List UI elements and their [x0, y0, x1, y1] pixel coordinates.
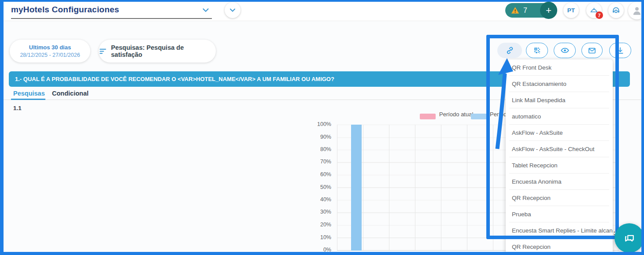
list-item[interactable]: Tablet Recepcion: [506, 157, 613, 174]
section-label: 1.1: [13, 105, 22, 111]
list-item[interactable]: Encuesta Anonima: [506, 174, 613, 190]
support-headset-icon[interactable]: [608, 3, 624, 18]
alerts-count: 7: [523, 7, 527, 15]
y-tick: 100%: [304, 121, 331, 127]
tab-condicional[interactable]: Condicional: [52, 90, 89, 97]
legend-swatch-previous: [471, 114, 487, 119]
legend-swatch-current: [420, 114, 436, 119]
date-range-value: 28/12/2025 - 27/01/2026: [20, 52, 80, 58]
list-item[interactable]: QR Recepcion: [506, 190, 613, 206]
list-item[interactable]: QR Front Desk: [506, 59, 613, 76]
title-underline: [11, 18, 212, 19]
top-bar: myHotels Configuraciones 7 + PT 7: [4, 2, 641, 21]
language-button[interactable]: PT: [563, 3, 579, 18]
list-item[interactable]: Prueba: [506, 206, 613, 222]
y-tick: 90%: [304, 134, 331, 140]
chevron-down-icon[interactable]: [201, 5, 211, 15]
mail-button[interactable]: [581, 43, 603, 58]
survey-filter-label: Pesquisas: Pesquisa de satisfação: [111, 44, 216, 58]
date-range-chip[interactable]: Ultimos 30 dias 28/12/2025 - 27/01/2026: [10, 40, 90, 63]
eye-icon: [560, 46, 570, 55]
download-icon: [616, 46, 625, 55]
y-tick: 50%: [304, 184, 331, 190]
mail-icon: [588, 46, 596, 55]
legend-label-current: Período atual: [439, 111, 473, 118]
collapse-header-button[interactable]: [225, 2, 241, 18]
download-button[interactable]: [609, 43, 631, 58]
list-item[interactable]: QR Recepcion: [506, 239, 613, 255]
y-tick: 0%: [304, 247, 331, 253]
app-window: myHotels Configuraciones 7 + PT 7 Ultimo…: [0, 0, 644, 255]
list-item[interactable]: QR Estacionamiento: [506, 76, 613, 92]
active-tab-underline: [11, 99, 45, 100]
y-tick: 40%: [304, 196, 331, 203]
add-button[interactable]: +: [540, 2, 557, 19]
list-item[interactable]: AskFlow - AskSuite: [506, 125, 613, 141]
survey-links-dropdown: QR Front Desk QR Estacionamiento Link Ma…: [506, 59, 613, 255]
y-tick: 70%: [304, 159, 331, 165]
date-range-label: Ultimos 30 dias: [29, 44, 71, 51]
link-icon: [505, 46, 514, 55]
list-item[interactable]: automatico: [506, 108, 613, 125]
y-tick: 60%: [304, 171, 331, 177]
avatar[interactable]: [628, 2, 644, 19]
y-tick: 20%: [304, 222, 331, 228]
notifications-badge: 7: [596, 11, 603, 19]
y-tick: 30%: [304, 209, 331, 215]
share-link-button[interactable]: [497, 43, 522, 58]
y-tick: 80%: [304, 146, 331, 152]
bar-periodo-anterior-100pct[interactable]: [351, 125, 362, 251]
chat-widget-button[interactable]: [614, 223, 644, 253]
warning-icon: [511, 6, 519, 15]
page-title: myHotels Configuraciones: [11, 5, 119, 15]
list-item[interactable]: AskFlow - AskSuite - CheckOut: [506, 141, 613, 157]
qr-code-icon: [533, 46, 541, 55]
chat-bubbles-icon: [623, 232, 636, 245]
y-tick: 10%: [304, 234, 331, 240]
survey-filter-chip[interactable]: Pesquisas: Pesquisa de satisfação: [99, 40, 216, 63]
list-item[interactable]: Link Mail Despedida: [506, 92, 613, 108]
preview-button[interactable]: [554, 43, 576, 58]
tab-pesquisas[interactable]: Pesquisas: [13, 90, 45, 97]
filter-icon: [99, 47, 107, 55]
qr-code-button[interactable]: [526, 43, 548, 58]
list-item[interactable]: Encuesta Smart Replies - Limite alcanzad…: [506, 222, 613, 239]
